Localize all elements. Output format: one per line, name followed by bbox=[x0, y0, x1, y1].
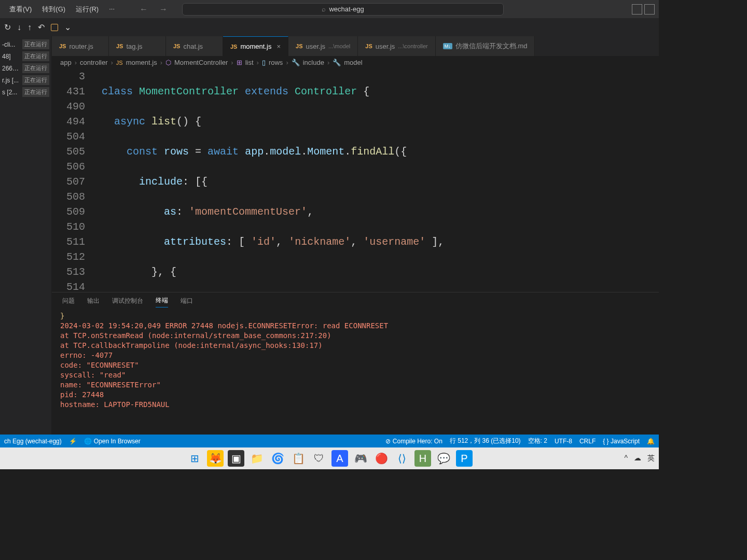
taskbar-app-icon[interactable]: 🛡 bbox=[311, 450, 327, 467]
status-open-browser[interactable]: 🌐Open In Browser bbox=[84, 438, 141, 445]
status-branch[interactable]: ch Egg (wechat-egg) bbox=[4, 438, 62, 445]
edge-browser-icon[interactable]: 🌀 bbox=[269, 450, 286, 467]
nav-back-icon[interactable]: ← bbox=[135, 4, 152, 15]
file-explorer-icon[interactable]: 📁 bbox=[248, 450, 265, 467]
crumb[interactable]: controller bbox=[80, 59, 107, 66]
debug-session[interactable]: s [2... 正在运行 bbox=[0, 86, 51, 98]
globe-icon: 🌐 bbox=[84, 438, 92, 445]
js-icon: JS bbox=[230, 44, 237, 50]
nav-forward-icon[interactable]: → bbox=[155, 4, 172, 15]
debug-session[interactable]: r.js [... 正在运行 bbox=[0, 74, 51, 86]
taskbar-app-icon[interactable]: ▣ bbox=[228, 450, 244, 467]
panel-tab-problems[interactable]: 问题 bbox=[62, 295, 75, 307]
status-lightning-icon[interactable]: ⚡ bbox=[69, 438, 77, 445]
stop-icon[interactable] bbox=[51, 24, 58, 31]
panel-tab-output[interactable]: 输出 bbox=[87, 295, 100, 307]
status-encoding[interactable]: UTF-8 bbox=[555, 438, 572, 445]
menu-overflow[interactable]: ··· bbox=[104, 3, 120, 16]
menu-view[interactable]: 查看(V) bbox=[4, 3, 37, 16]
tray-cloud-icon[interactable]: ☁ bbox=[634, 454, 641, 463]
tab-user-controller[interactable]: JSuser.js...\controller bbox=[358, 36, 436, 56]
tab-chat[interactable]: JSchat.js bbox=[166, 36, 223, 56]
no-icon: ⊘ bbox=[385, 438, 391, 445]
search-icon: ⌕ bbox=[322, 5, 326, 13]
status-notification-icon[interactable]: 🔔 bbox=[647, 438, 655, 445]
nav-arrows: ← → bbox=[135, 4, 172, 15]
tray-chevron-icon[interactable]: ^ bbox=[624, 454, 628, 463]
close-icon[interactable]: × bbox=[276, 43, 281, 50]
variable-icon: ▯ bbox=[262, 59, 266, 66]
panel-tab-terminal[interactable]: 终端 bbox=[156, 294, 168, 307]
taskbar-app-icon[interactable]: 📋 bbox=[290, 450, 307, 467]
chrome-icon[interactable]: 🔴 bbox=[373, 450, 390, 467]
menu-run[interactable]: 运行(R) bbox=[71, 3, 104, 16]
method-icon: ⊞ bbox=[237, 59, 242, 66]
tab-user-model[interactable]: JSuser.js...\model bbox=[288, 36, 358, 56]
layout-controls bbox=[632, 4, 655, 15]
terminal-line: at TCP.onStreamRead (node:internal/strea… bbox=[60, 331, 651, 341]
terminal-content[interactable]: } 2024-03-02 19:54:20,049 ERROR 27448 no… bbox=[52, 309, 659, 435]
crumb[interactable]: moment.js bbox=[126, 59, 157, 66]
status-eol[interactable]: CRLF bbox=[579, 438, 596, 445]
tab-doc-md[interactable]: M↓仿微信后端开发文档.md bbox=[436, 36, 535, 56]
debug-session[interactable]: 2667... 正在运行 bbox=[0, 62, 51, 74]
code-content[interactable]: class MomentController extends Controlle… bbox=[93, 69, 659, 292]
crumb[interactable]: model bbox=[344, 59, 362, 66]
taskbar-app-icon[interactable]: A bbox=[331, 450, 348, 467]
crumb[interactable]: MomentController bbox=[174, 59, 228, 66]
undo-icon[interactable]: ↶ bbox=[38, 22, 45, 32]
terminal-line: pid: 27448 bbox=[60, 390, 651, 400]
js-icon: JS bbox=[173, 43, 180, 49]
terminal-line: } bbox=[60, 311, 651, 321]
crumb[interactable]: include bbox=[303, 59, 324, 66]
js-icon: JS bbox=[296, 43, 302, 49]
xbox-icon[interactable]: 🎮 bbox=[352, 450, 369, 467]
status-bar: ch Egg (wechat-egg) ⚡ 🌐Open In Browser ⊘… bbox=[0, 435, 659, 447]
tab-moment[interactable]: JSmoment.js× bbox=[223, 36, 288, 56]
markdown-icon: M↓ bbox=[443, 43, 452, 49]
step-out-icon[interactable]: ↑ bbox=[27, 23, 32, 32]
toggle-sidebar-icon[interactable] bbox=[644, 4, 655, 15]
status-compile-hero[interactable]: ⊘Compile Hero: On bbox=[385, 438, 442, 445]
debug-session[interactable]: -cli... 正在运行 bbox=[0, 38, 51, 50]
continue-icon[interactable]: ↻ bbox=[4, 22, 11, 32]
panel-tabs: 问题 输出 调试控制台 终端 端口 bbox=[52, 292, 659, 309]
status-cursor[interactable]: 行 512，列 36 (已选择10) bbox=[450, 437, 521, 445]
taskbar-app-icon[interactable]: P bbox=[456, 450, 473, 467]
tab-tag[interactable]: JStag.js bbox=[109, 36, 166, 56]
panel-tab-debug-console[interactable]: 调试控制台 bbox=[112, 295, 143, 307]
taskbar-app-icon[interactable]: 💬 bbox=[435, 450, 452, 467]
toggle-panel-icon[interactable] bbox=[632, 4, 642, 15]
system-tray[interactable]: ^ ☁ 英 bbox=[624, 454, 655, 463]
terminal-line: syscall: "read" bbox=[60, 370, 651, 380]
taskbar-app-icon[interactable]: 🦊 bbox=[207, 450, 224, 467]
debug-sessions-panel: -cli... 正在运行 48] 正在运行 2667... 正在运行 r.js … bbox=[0, 36, 52, 435]
tray-ime-icon[interactable]: 英 bbox=[647, 454, 655, 463]
debug-session[interactable]: 48] 正在运行 bbox=[0, 50, 51, 62]
vscode-icon[interactable]: ⟨⟩ bbox=[394, 450, 410, 467]
js-icon: JS bbox=[116, 43, 123, 49]
menu-goto[interactable]: 转到(G) bbox=[37, 3, 71, 16]
panel-tab-ports[interactable]: 端口 bbox=[181, 295, 193, 307]
editor-tabs: JSrouter.js JStag.js JSchat.js JSmoment.… bbox=[52, 36, 659, 56]
breadcrumb[interactable]: app› controller› JSmoment.js› ⬡MomentCon… bbox=[52, 56, 659, 69]
terminal-line: hostname: LAPTOP-FRD5NAUL bbox=[60, 400, 651, 410]
property-icon: 🔧 bbox=[292, 59, 300, 66]
status-spaces[interactable]: 空格: 2 bbox=[528, 437, 547, 445]
tab-router[interactable]: JSrouter.js bbox=[52, 36, 109, 56]
menu-bar: 查看(V) 转到(G) 运行(R) ··· bbox=[4, 3, 120, 16]
windows-taskbar: ⊞ 🦊 ▣ 📁 🌀 📋 🛡 A 🎮 🔴 ⟨⟩ H 💬 P ^ ☁ 英 bbox=[0, 447, 659, 469]
chevron-down-icon[interactable]: ⌄ bbox=[64, 22, 71, 32]
start-menu-icon[interactable]: ⊞ bbox=[186, 450, 203, 467]
crumb[interactable]: list bbox=[245, 59, 254, 66]
class-icon: ⬡ bbox=[165, 59, 171, 66]
editor-area: JSrouter.js JStag.js JSchat.js JSmoment.… bbox=[52, 36, 659, 435]
code-editor[interactable]: 3 431 490 494 504 505 506 507 508 509 51… bbox=[52, 69, 659, 292]
crumb[interactable]: rows bbox=[269, 59, 283, 66]
status-language[interactable]: { } JavaScript bbox=[603, 438, 640, 445]
search-text: wechat-egg bbox=[329, 5, 364, 13]
step-into-icon[interactable]: ↓ bbox=[17, 23, 21, 32]
taskbar-app-icon[interactable]: H bbox=[414, 450, 431, 467]
command-center[interactable]: ⌕ wechat-egg bbox=[182, 3, 504, 16]
crumb[interactable]: app bbox=[60, 59, 72, 66]
